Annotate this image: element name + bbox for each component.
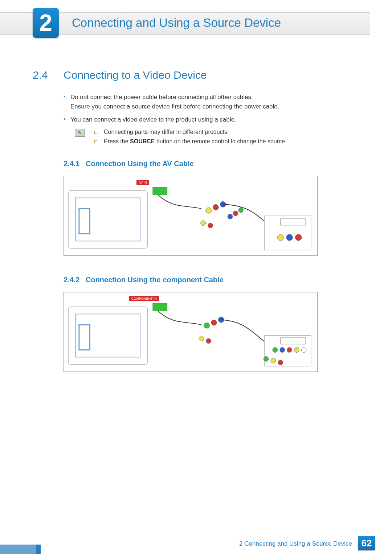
component-diagram: COMPONENT IN COMPONENT OUT <box>64 292 318 372</box>
footer-accent-bar <box>36 545 41 554</box>
bullet-list: • Do not connect the power cable before … <box>64 93 347 128</box>
note-list: Connecting parts may differ in different… <box>94 129 348 148</box>
list-item: Press the SOURCE button on the remote co… <box>94 138 348 145</box>
svg-rect-0 <box>68 191 147 249</box>
page-number: 62 <box>358 536 375 550</box>
svg-point-11 <box>295 234 302 241</box>
svg-rect-8 <box>281 219 306 225</box>
svg-rect-17 <box>68 307 147 365</box>
svg-point-21 <box>204 323 210 328</box>
note-text: Connecting parts may differ in different… <box>104 129 229 135</box>
bullet-icon: • <box>64 93 65 111</box>
svg-point-35 <box>278 360 283 365</box>
svg-point-28 <box>287 348 292 353</box>
svg-point-13 <box>233 211 238 216</box>
subsection-title: Connection Using the AV Cable <box>86 160 194 168</box>
svg-point-31 <box>199 336 204 341</box>
component-diagram-svg <box>64 292 317 372</box>
note-text: Press the SOURCE button on the remote co… <box>104 138 286 145</box>
svg-point-34 <box>271 358 276 363</box>
square-bullet-icon <box>94 131 97 134</box>
svg-point-22 <box>211 320 217 325</box>
footer-accent-bar <box>0 545 36 554</box>
svg-point-14 <box>228 214 233 219</box>
svg-rect-25 <box>281 338 306 344</box>
av-diagram: AV IN AV OUT <box>64 176 318 256</box>
subsection-number: 2.4.1 <box>64 160 79 168</box>
list-item: • Do not connect the power cable before … <box>64 93 347 111</box>
section-title: Connecting to a Video Device <box>64 69 207 81</box>
svg-point-5 <box>213 204 219 210</box>
square-bullet-icon <box>94 140 97 143</box>
chapter-number-box: 2 <box>33 8 59 38</box>
subsection-title: Connection Using the component Cable <box>86 276 224 284</box>
svg-point-33 <box>264 356 269 361</box>
svg-point-15 <box>201 221 206 226</box>
note-prefix: Press the <box>104 138 130 144</box>
svg-point-26 <box>273 348 278 353</box>
svg-point-12 <box>238 208 244 213</box>
svg-point-27 <box>280 348 285 353</box>
note-bold: SOURCE <box>130 138 155 144</box>
list-item: Connecting parts may differ in different… <box>94 129 348 135</box>
subsection-number: 2.4.2 <box>64 276 79 284</box>
subsection-heading: 2.4.2 Connection Using the component Cab… <box>64 276 224 284</box>
list-item: • You can connect a video device to the … <box>64 115 347 124</box>
svg-point-4 <box>206 208 212 213</box>
svg-point-29 <box>294 348 299 353</box>
svg-point-9 <box>277 234 284 241</box>
bullet-text: You can connect a video device to the pr… <box>70 115 236 124</box>
note-suffix: button on the remote control to change t… <box>155 138 286 144</box>
bullet-text: Do not connect the power cable before co… <box>70 93 279 111</box>
footer-text: 2 Connecting and Using a Source Device <box>239 540 352 547</box>
svg-point-16 <box>208 223 213 228</box>
svg-point-32 <box>206 338 211 344</box>
page-footer: 2 Connecting and Using a Source Device 6… <box>0 537 392 554</box>
svg-rect-20 <box>153 303 167 311</box>
chapter-title: Connecting and Using a Source Device <box>72 16 281 30</box>
section-number: 2.4 <box>33 69 48 81</box>
subsection-heading: 2.4.1 Connection Using the AV Cable <box>64 160 194 168</box>
bullet-icon: • <box>64 115 65 124</box>
note-icon: ✎ <box>75 129 85 137</box>
svg-point-10 <box>286 234 293 241</box>
svg-rect-3 <box>153 187 167 195</box>
av-diagram-svg <box>64 176 317 255</box>
